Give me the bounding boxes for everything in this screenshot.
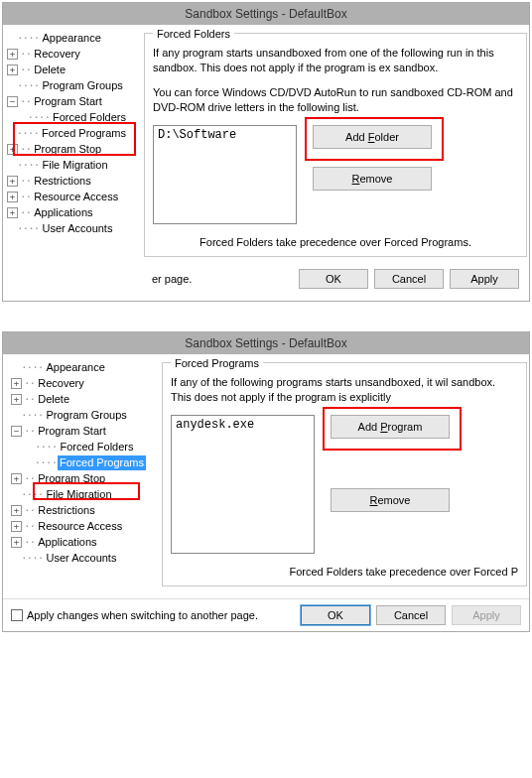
desc-text-1: If any of the following programs starts … (171, 375, 518, 405)
add-folder-button[interactable]: Add Folder (313, 125, 432, 149)
tree-restrictions[interactable]: +··Restrictions (5, 174, 128, 190)
tree-program-start[interactable]: −··Program Start (5, 94, 128, 110)
list-item[interactable]: anydesk.exe (176, 418, 310, 432)
folders-listbox[interactable]: D:\Software (153, 125, 297, 224)
tree-delete[interactable]: +··Delete (5, 63, 128, 78)
remove-button[interactable]: Remove (331, 488, 450, 512)
window-title: Sandbox Settings - DefaultBox (3, 332, 529, 354)
ok-button[interactable]: OK (301, 605, 370, 625)
tree-user-accounts[interactable]: ····User Accounts (9, 551, 146, 567)
tree-resource-access[interactable]: +··Resource Access (5, 190, 128, 205)
remove-button[interactable]: Remove (313, 167, 432, 191)
tree-appearance[interactable]: ····Appearance (9, 360, 146, 376)
window-title: Sandbox Settings - DefaultBox (3, 3, 529, 25)
ok-button[interactable]: OK (299, 269, 368, 289)
nav-tree: ····Appearance +··Recovery +··Delete ···… (3, 25, 132, 301)
tree-recovery[interactable]: +··Recovery (5, 47, 128, 63)
tree-file-migration[interactable]: ····File Migration (9, 487, 146, 503)
apply-on-switch-label: Apply changes when switching to another … (27, 609, 258, 621)
tree-file-migration[interactable]: ····File Migration (5, 158, 128, 174)
add-program-button[interactable]: Add Program (331, 415, 450, 439)
group-legend: Forced Programs (171, 357, 263, 369)
apply-on-switch-checkbox[interactable] (11, 609, 23, 621)
cancel-button[interactable]: Cancel (374, 269, 444, 289)
precedence-note: Forced Folders take precedence over Forc… (171, 566, 518, 578)
programs-listbox[interactable]: anydesk.exe (171, 415, 315, 554)
group-legend: Forced Folders (153, 28, 234, 40)
tree-appearance[interactable]: ····Appearance (5, 31, 128, 47)
tree-user-accounts[interactable]: ····User Accounts (5, 221, 128, 237)
tree-program-groups[interactable]: ····Program Groups (5, 78, 128, 94)
cancel-button[interactable]: Cancel (376, 605, 446, 625)
tree-forced-programs[interactable]: ····Forced Programs (5, 126, 128, 142)
tree-program-stop[interactable]: +··Program Stop (5, 142, 128, 158)
list-item[interactable]: D:\Software (158, 128, 292, 142)
tree-forced-folders[interactable]: ····Forced Folders (5, 110, 128, 126)
tree-program-groups[interactable]: ····Program Groups (9, 408, 146, 424)
precedence-note: Forced Folders take precedence over Forc… (153, 236, 518, 248)
tree-forced-folders[interactable]: ····Forced Folders (9, 440, 146, 455)
tree-applications[interactable]: +··Applications (9, 535, 146, 551)
tree-recovery[interactable]: +··Recovery (9, 376, 146, 392)
tree-restrictions[interactable]: +··Restrictions (9, 503, 146, 519)
desc-text-1: If any program starts unsandboxed from o… (153, 46, 518, 75)
tree-applications[interactable]: +··Applications (5, 205, 128, 221)
apply-button[interactable]: Apply (452, 605, 521, 625)
apply-button[interactable]: Apply (450, 269, 519, 289)
forced-folders-group: Forced Folders If any program starts uns… (144, 33, 527, 257)
desc-text-2: You can force Windows CD/DVD AutoRun to … (153, 85, 518, 115)
tree-resource-access[interactable]: +··Resource Access (9, 519, 146, 535)
tree-program-start[interactable]: −··Program Start (9, 424, 146, 440)
tree-forced-programs[interactable]: ····Forced Programs (9, 455, 146, 471)
nav-tree: ····Appearance +··Recovery +··Delete ···… (3, 354, 150, 598)
footer-left-text: er page. (152, 273, 192, 285)
forced-programs-group: Forced Programs If any of the following … (162, 362, 527, 586)
tree-delete[interactable]: +··Delete (9, 392, 146, 408)
tree-program-stop[interactable]: +··Program Stop (9, 471, 146, 487)
